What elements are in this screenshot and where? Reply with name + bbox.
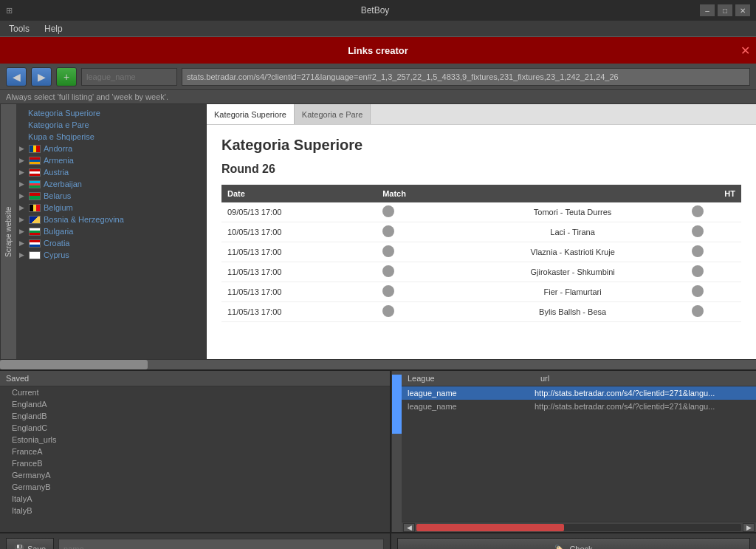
country-name-azerbaijan: Azerbaijan	[44, 180, 82, 188]
list-item[interactable]: EnglandA	[0, 398, 390, 410]
col-date: Date	[221, 185, 377, 202]
check-button[interactable]: 🏷️ Check	[397, 538, 750, 549]
match-logo-left	[377, 302, 459, 322]
sidebar-item-cyprus[interactable]: ▶ Cyprus	[16, 249, 206, 261]
match-name: Vlaznia - Kastrioti Kruje	[459, 242, 685, 262]
add-button[interactable]: +	[56, 67, 77, 86]
flag-belarus	[29, 192, 41, 200]
maximize-button[interactable]: □	[718, 4, 732, 16]
minimize-button[interactable]: –	[700, 4, 715, 16]
sidebar-item-croatia[interactable]: ▶ Croatia	[16, 237, 206, 249]
flag-andorra	[29, 145, 41, 153]
sidebar-item-bosnia[interactable]: ▶ Bosnia & Herzegovina	[16, 214, 206, 225]
web-tab-kategoria-superiore[interactable]: Kategoria Superiore	[207, 104, 295, 124]
list-item[interactable]: Estonia_urls	[0, 434, 390, 446]
scroll-left-button[interactable]: ◀	[403, 523, 415, 532]
country-name-armenia: Armenia	[44, 156, 74, 165]
save-button[interactable]: 💾 Save	[6, 538, 54, 549]
table-row: 10/05/13 17:00 Laci - Tirana	[221, 222, 741, 242]
match-logo-left	[377, 262, 459, 282]
list-item[interactable]: ItalyA	[0, 493, 390, 505]
bottom-buttons-row1: 💾 Save 🏷️ Check	[0, 532, 756, 549]
close-button[interactable]: ✕	[735, 4, 750, 16]
list-item[interactable]: GermanyA	[0, 469, 390, 481]
expand-arrow-icon: ▶	[19, 216, 24, 223]
scroll-right-button[interactable]: ▶	[743, 523, 755, 532]
flag-azerbaijan	[29, 180, 41, 188]
country-name-cyprus: Cyprus	[44, 250, 69, 259]
league-rows: league_name http://stats.betradar.com/s4…	[402, 386, 756, 522]
menu-tools[interactable]: Tools	[6, 22, 32, 35]
sidebar-item-kupa[interactable]: Kupa e Shqiperise	[16, 131, 206, 143]
list-item[interactable]: FranceA	[0, 446, 390, 457]
list-item[interactable]: EnglandB	[0, 410, 390, 422]
save-icon: 💾	[14, 545, 24, 550]
saved-scrollbar[interactable]	[391, 371, 402, 532]
scroll-thumb	[0, 360, 148, 369]
list-item[interactable]: ItalyB	[0, 505, 390, 516]
sidebar-item-belarus[interactable]: ▶ Belarus	[16, 190, 206, 202]
match-name: Gjirokaster - Shkumbini	[459, 262, 685, 282]
country-name-croatia: Croatia	[44, 239, 69, 248]
forward-button[interactable]: ▶	[31, 67, 52, 86]
league-panel: League url league_name http://stats.betr…	[402, 371, 756, 532]
league-row[interactable]: league_name http://stats.betradar.com/s4…	[402, 400, 756, 413]
country-name-andorra: Andorra	[44, 144, 72, 153]
sidebar-item-austria[interactable]: ▶ Austria	[16, 166, 206, 178]
country-name-belarus: Belarus	[44, 191, 71, 200]
check-icon: 🏷️	[554, 545, 565, 550]
col-match: Match	[377, 185, 459, 202]
sidebar-content: Kategoria Superiore Kategoria e Pare Kup…	[16, 104, 206, 264]
sidebar-item-azerbaijan[interactable]: ▶ Azerbaijan	[16, 178, 206, 190]
saved-list: CurrentEnglandAEnglandBEnglandCEstonia_u…	[0, 386, 390, 532]
list-item[interactable]: Current	[0, 386, 390, 398]
flag-bulgaria	[29, 228, 41, 236]
window-controls: – □ ✕	[700, 4, 750, 16]
web-content: Kategoria Superiore Kategoria e Pare Kat…	[207, 104, 756, 359]
sidebar-item-andorra[interactable]: ▶ Andorra	[16, 143, 206, 154]
sidebar-item-armenia[interactable]: ▶ Armenia	[16, 154, 206, 166]
col-ht: HT	[686, 185, 741, 202]
match-logo-right	[686, 302, 741, 322]
sidebar-item-kategoria-superiore[interactable]: Kategoria Superiore	[16, 107, 206, 119]
sidebar-item-belgium[interactable]: ▶ Belgium	[16, 202, 206, 214]
match-date: 09/05/13 17:00	[221, 202, 377, 222]
match-logo-right	[686, 242, 741, 262]
window-icon: ⊞	[6, 6, 50, 16]
league-cell-name: league_name	[408, 389, 535, 398]
league-row[interactable]: league_name http://stats.betradar.com/s4…	[402, 386, 756, 400]
table-row: 09/05/13 17:00 Tomori - Teuta Durres	[221, 202, 741, 222]
matches-table: Date Match HT 09/05/13 17:00 Tomori - Te…	[221, 185, 741, 322]
match-name: Laci - Tirana	[459, 222, 685, 242]
flag-austria	[29, 168, 41, 177]
flag-belgium	[29, 204, 41, 212]
back-button[interactable]: ◀	[6, 67, 27, 86]
app-title: BetBoy	[50, 5, 700, 16]
expand-arrow-icon: ▶	[19, 192, 24, 200]
list-item[interactable]: FranceB	[0, 457, 390, 469]
horizontal-scrollbar[interactable]	[0, 359, 756, 369]
col-header-league: League	[408, 374, 540, 383]
main-area: Scrape website Kategoria Superiore Kateg…	[0, 104, 756, 359]
table-row: 11/05/13 17:00 Fier - Flamurtari	[221, 282, 741, 302]
menu-help[interactable]: Help	[41, 22, 66, 35]
sidebar-item-kategoria-e-pare[interactable]: Kategoria e Pare	[16, 119, 206, 131]
web-tab-kategoria-e-pare[interactable]: Kategoria e Pare	[295, 104, 371, 124]
list-item[interactable]: EnglandC	[0, 422, 390, 434]
table-row: 11/05/13 17:00 Vlaznia - Kastrioti Kruje	[221, 242, 741, 262]
bottom-area: Saved CurrentEnglandAEnglandBEnglandCEst…	[0, 369, 756, 532]
url-input[interactable]	[182, 68, 750, 86]
league-horizontal-scrollbar[interactable]: ◀ ▶	[402, 522, 756, 532]
match-date: 11/05/13 17:00	[221, 302, 377, 322]
expand-arrow-icon: ▶	[19, 251, 24, 259]
table-row: 11/05/13 17:00 Gjirokaster - Shkumbini	[221, 262, 741, 282]
list-item[interactable]: GermanyB	[0, 481, 390, 493]
league-name-input[interactable]	[81, 68, 177, 86]
sidebar-item-bulgaria[interactable]: ▶ Bulgaria	[16, 225, 206, 237]
web-page-title: Kategoria Superiore	[221, 137, 741, 154]
check-section: 🏷️ Check	[391, 533, 756, 549]
col-logo	[459, 185, 685, 202]
links-close-icon[interactable]: ✕	[740, 44, 750, 58]
match-date: 11/05/13 17:00	[221, 282, 377, 302]
name-input[interactable]	[58, 539, 384, 549]
